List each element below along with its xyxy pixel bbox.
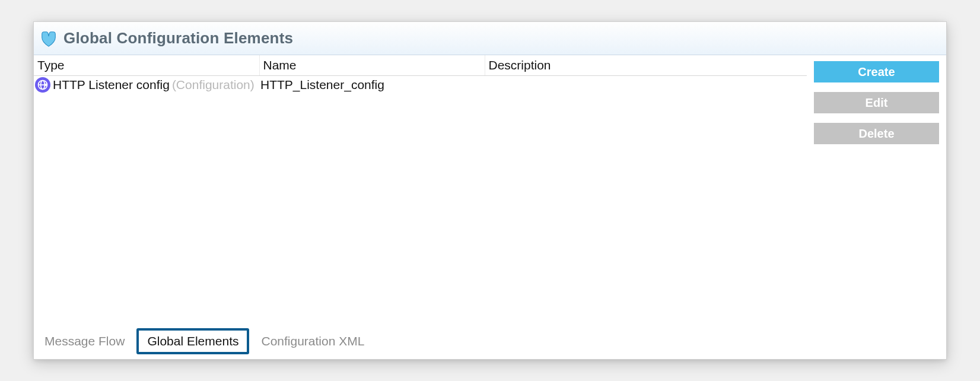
config-table: Type Name Description: [34, 55, 807, 94]
titlebar: Global Configuration Elements: [34, 22, 946, 55]
row-type-main: HTTP Listener config: [53, 78, 170, 92]
tab-global-elements[interactable]: Global Elements: [136, 328, 249, 354]
col-header-name[interactable]: Name: [259, 55, 485, 75]
col-header-type[interactable]: Type: [34, 55, 259, 75]
bottom-tabs: Message Flow Global Elements Configurati…: [34, 323, 946, 359]
edit-button[interactable]: Edit: [814, 92, 939, 113]
tab-configuration-xml[interactable]: Configuration XML: [255, 331, 370, 352]
tab-message-flow[interactable]: Message Flow: [39, 331, 131, 352]
row-name: HTTP_Listener_config: [259, 75, 485, 94]
delete-button[interactable]: Delete: [814, 123, 939, 144]
http-listener-icon: [35, 77, 50, 93]
mule-logo-icon: [40, 30, 58, 47]
create-button[interactable]: Create: [814, 61, 939, 82]
row-type-extra: (Configuration): [172, 78, 254, 92]
global-config-panel: Global Configuration Elements Type Name …: [33, 21, 947, 360]
action-buttons: Create Edit Delete: [807, 55, 946, 323]
page-title: Global Configuration Elements: [63, 29, 293, 47]
col-header-description[interactable]: Description: [485, 55, 807, 75]
config-table-area: Type Name Description: [34, 55, 807, 323]
content-area: Type Name Description: [34, 55, 946, 323]
row-description: [485, 75, 807, 94]
table-row[interactable]: HTTP Listener config (Configuration) HTT…: [34, 75, 807, 94]
